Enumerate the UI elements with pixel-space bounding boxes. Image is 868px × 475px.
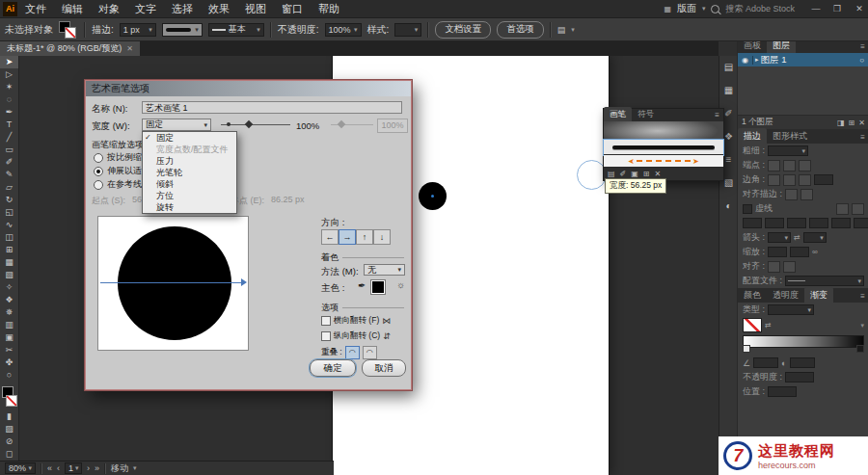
menu-file[interactable]: 文件 (17, 0, 54, 17)
close-button[interactable]: ✕ (851, 4, 868, 13)
arrow-scale-start-field[interactable] (768, 247, 787, 257)
tool-selection[interactable]: ➤ (0, 56, 18, 68)
dashed-line-checkbox[interactable] (743, 204, 752, 214)
fill-stroke-proxy[interactable] (59, 20, 78, 39)
tab-graphic-styles[interactable]: 图形样式 (767, 128, 813, 144)
tool-mesh[interactable]: ▦ (0, 256, 18, 269)
document-setup-button[interactable]: 文档设置 (435, 21, 491, 39)
arrow-start-dropdown[interactable]: ▾ (768, 232, 791, 243)
stroke-weight-dropdown[interactable]: ▾ (768, 145, 808, 156)
menu-select[interactable]: 选择 (164, 0, 201, 17)
menu-view[interactable]: 视图 (237, 0, 274, 17)
panel-menu-icon[interactable]: ≡ (856, 290, 868, 303)
dropdown-item-fixed[interactable]: ✓固定 (143, 132, 236, 144)
brush-item-arrow[interactable]: ➤ ➤ (604, 155, 723, 168)
key-color-swatch[interactable] (371, 280, 385, 294)
prev-artboard-icon[interactable]: ‹ (57, 463, 60, 473)
radio-icon[interactable] (94, 153, 103, 163)
tool-hand[interactable]: ✤ (0, 356, 18, 369)
tool-shape-builder[interactable]: ◫ (0, 231, 18, 244)
first-artboard-icon[interactable]: « (47, 463, 52, 473)
brush-item-art-brush-selected[interactable] (604, 140, 723, 155)
dropdown-item-stylus-wheel[interactable]: 光笔轮 (143, 167, 236, 178)
brush-options-icon[interactable]: ▣ (631, 170, 638, 178)
stop-position-field[interactable] (768, 386, 797, 397)
radio-icon[interactable] (94, 180, 103, 190)
tool-pencil[interactable]: ✎ (0, 169, 18, 181)
stock-search-label[interactable]: 搜索 Adobe Stock (725, 3, 795, 15)
tool-symbol-sprayer[interactable]: ✵ (0, 306, 18, 319)
flip-vertical-checkbox[interactable] (321, 331, 331, 341)
tool-paintbrush[interactable]: ✐ (0, 156, 18, 169)
tool-rectangle[interactable]: ▭ (0, 144, 18, 156)
tool-direct-selection[interactable]: ▷ (0, 68, 18, 81)
projecting-cap-button[interactable] (799, 160, 811, 172)
draw-mode-button[interactable]: ◻ (0, 448, 18, 461)
cancel-button[interactable]: 取消 (362, 359, 406, 377)
brush-name-input[interactable]: 艺术画笔 1 (142, 101, 402, 114)
bevel-join-button[interactable] (799, 174, 811, 186)
remove-brush-stroke-icon[interactable]: ✐ (620, 170, 627, 178)
direction-up-button[interactable]: ↑ (356, 229, 373, 245)
color-mode-button[interactable]: ▮ (0, 410, 18, 423)
width-slider-track[interactable] (221, 124, 290, 125)
arrow-scale-end-field[interactable] (790, 247, 809, 257)
eyedropper-icon[interactable]: ✒ (358, 280, 366, 291)
search-icon[interactable] (711, 5, 719, 13)
panel-menu-icon[interactable]: ≡ (856, 40, 868, 53)
dialog-title-bar[interactable]: 艺术画笔选项 (86, 81, 411, 96)
gradient-fill-swatch[interactable] (743, 318, 762, 332)
tab-transparency[interactable]: 透明度 (767, 287, 804, 303)
width-slider-dot[interactable] (227, 122, 231, 126)
radio-icon-selected[interactable] (94, 167, 103, 176)
flip-vertical-option[interactable]: 纵向翻转 (C) ⇵ (321, 330, 391, 342)
stroke-weight-field[interactable]: 1 px▾ (120, 23, 156, 37)
method-dropdown[interactable]: 无▾ (364, 264, 405, 276)
artwork-black-circle[interactable] (419, 182, 447, 210)
direction-down-button[interactable]: ↓ (373, 229, 391, 245)
round-join-button[interactable] (783, 174, 796, 186)
miter-join-button[interactable] (768, 174, 780, 186)
gap-field-2[interactable] (809, 218, 828, 228)
gradient-angle-field[interactable] (753, 357, 778, 368)
dropdown-item-bearing[interactable]: 方位 (143, 190, 236, 201)
panel-menu-icon[interactable]: ≡ (711, 109, 723, 121)
tool-slice[interactable]: ✂ (0, 344, 18, 356)
align-options-icon[interactable]: ▤ (557, 25, 566, 35)
tool-width[interactable]: ∿ (0, 219, 18, 231)
brush-item-charcoal[interactable] (604, 121, 723, 140)
ok-button[interactable]: 确定 (310, 359, 356, 377)
overlap-adjust-button[interactable]: ◠ (363, 346, 377, 359)
colorization-tips-bulb-icon[interactable]: ☼ (396, 279, 405, 290)
tab-brushes[interactable]: 画笔 (604, 107, 632, 121)
maximize-button[interactable]: ❐ (829, 4, 845, 13)
dash-preserve-button[interactable] (836, 203, 849, 215)
flip-horizontal-option[interactable]: 横向翻转 (F) ⋈ (321, 315, 391, 327)
link-scale-icon[interactable]: ∞ (812, 248, 818, 256)
menu-type[interactable]: 文字 (127, 0, 164, 17)
arrow-align-end-button[interactable] (783, 261, 796, 273)
overlap-none-button[interactable]: ◠ (345, 346, 360, 359)
last-artboard-icon[interactable]: » (95, 463, 99, 473)
minimize-button[interactable]: — (808, 4, 824, 13)
layer-target-icon[interactable]: ○ (859, 56, 864, 65)
arrow-align-tip-button[interactable] (768, 261, 780, 273)
color-panel-icon[interactable]: ▤ (719, 56, 738, 79)
width-profile-dropdown[interactable]: 基本 ▾ (208, 23, 264, 37)
gradient-aspect-field[interactable] (790, 357, 815, 368)
stop-opacity-field[interactable] (785, 372, 814, 383)
dash-align-button[interactable] (852, 203, 864, 215)
gap-field-1[interactable] (765, 218, 784, 228)
tool-eyedropper[interactable]: ✧ (0, 281, 18, 294)
tool-eraser[interactable]: ▱ (0, 181, 18, 194)
gradient-slider[interactable] (743, 335, 864, 348)
layer-name[interactable]: 图层 1 (761, 54, 787, 66)
style-dropdown[interactable]: ▾ (394, 23, 421, 37)
tool-zoom[interactable]: ○ (0, 369, 18, 382)
delete-layer-icon[interactable]: ✕ (858, 119, 865, 127)
tab-color[interactable]: 颜色 (738, 287, 767, 303)
width-slider-handle[interactable] (245, 120, 253, 128)
tool-rotate[interactable]: ↻ (0, 194, 18, 206)
tool-blend[interactable]: ❖ (0, 294, 18, 306)
tool-pen[interactable]: ✒ (0, 106, 18, 119)
